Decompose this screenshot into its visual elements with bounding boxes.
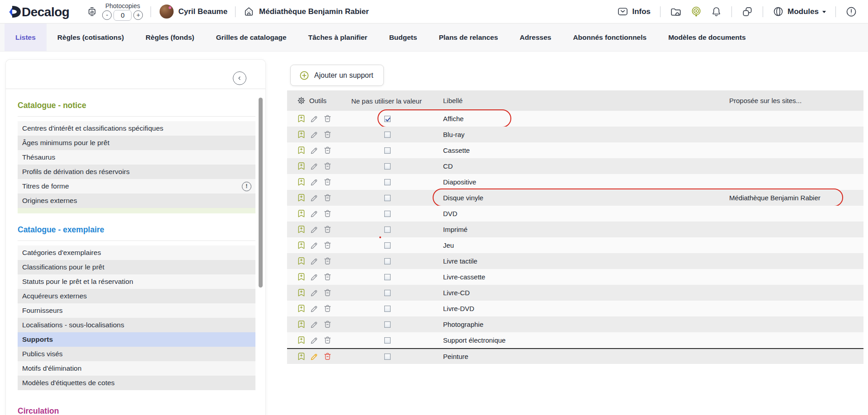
- not-use-value-checkbox[interactable]: [384, 290, 391, 296]
- photocopies-plus-button[interactable]: +: [133, 10, 143, 20]
- sidebar-item-modeles-d-etiquettes-de-cotes[interactable]: Modèles d'étiquettes de cotes !: [18, 376, 255, 390]
- bookmark-add-icon[interactable]: [297, 225, 306, 234]
- column-header-sites[interactable]: Proposée sur les sites...: [728, 97, 863, 104]
- bookmark-add-icon[interactable]: [297, 304, 306, 313]
- delete-trash-icon[interactable]: [323, 177, 332, 187]
- bookmark-add-icon[interactable]: [297, 352, 306, 361]
- not-use-value-checkbox[interactable]: [384, 147, 391, 154]
- edit-pencil-icon[interactable]: [310, 241, 319, 250]
- not-use-value-checkbox[interactable]: [384, 306, 391, 312]
- sidebar-item-statuts-pour-le-pret-et-la-reservation[interactable]: Statuts pour le prêt et la réservation !: [18, 274, 255, 289]
- tab-listes[interactable]: Listes: [5, 24, 47, 51]
- delete-trash-icon[interactable]: [323, 320, 332, 329]
- delete-trash-icon[interactable]: [323, 130, 332, 139]
- photocopies-minus-button[interactable]: -: [102, 10, 112, 20]
- bookmark-add-icon[interactable]: [297, 241, 306, 250]
- sidebar-item-localisations-sous-localisations[interactable]: Localisations - sous-localisations !: [18, 318, 255, 332]
- tab-adresses[interactable]: Adresses: [509, 24, 562, 51]
- column-header-not-use-value[interactable]: Ne pas utiliser la valeur: [351, 97, 429, 105]
- bookmark-add-icon[interactable]: [297, 177, 306, 187]
- not-use-value-checkbox[interactable]: [384, 211, 391, 217]
- decalog-logo[interactable]: Decalog: [8, 5, 69, 19]
- not-use-value-checkbox[interactable]: [384, 354, 391, 360]
- edit-pencil-icon[interactable]: [310, 352, 319, 361]
- tab-regles-fonds[interactable]: Règles (fonds): [135, 24, 205, 51]
- bookmark-add-icon[interactable]: [297, 272, 306, 282]
- delete-trash-icon[interactable]: [323, 193, 332, 203]
- delete-trash-icon[interactable]: [323, 114, 332, 123]
- edit-pencil-icon[interactable]: [310, 177, 319, 187]
- bookmark-add-icon[interactable]: [297, 335, 306, 345]
- sidebar-item-centres-d-interet-et-classifications-specifiques[interactable]: Centres d'intérêt et classifications spé…: [18, 121, 255, 136]
- sidebar-item-acquereurs-externes[interactable]: Acquéreurs externes !: [18, 289, 255, 303]
- bookmark-add-icon[interactable]: [297, 146, 306, 155]
- bell-icon[interactable]: [711, 6, 722, 17]
- delete-trash-icon[interactable]: [323, 146, 332, 155]
- edit-pencil-icon[interactable]: [310, 193, 319, 203]
- delete-trash-icon[interactable]: [323, 225, 332, 234]
- bookmark-add-icon[interactable]: [297, 130, 306, 139]
- bookmark-add-icon[interactable]: [297, 161, 306, 171]
- not-use-value-checkbox[interactable]: [384, 226, 391, 233]
- delete-trash-icon[interactable]: [323, 256, 332, 266]
- edit-pencil-icon[interactable]: [310, 225, 319, 234]
- bookmark-add-icon[interactable]: [297, 193, 306, 203]
- edit-pencil-icon[interactable]: [310, 256, 319, 266]
- info-circle-icon[interactable]: [845, 6, 857, 18]
- column-header-label[interactable]: Libellé: [443, 97, 728, 104]
- not-use-value-checkbox[interactable]: [384, 163, 391, 170]
- edit-pencil-icon[interactable]: [310, 304, 319, 313]
- modules-menu-button[interactable]: Modules: [773, 6, 826, 17]
- bookmark-add-icon[interactable]: [297, 114, 306, 123]
- edit-pencil-icon[interactable]: [310, 161, 319, 171]
- bookmark-add-icon[interactable]: [297, 209, 306, 218]
- sidebar-item-publics-vises[interactable]: Publics visés !: [18, 347, 255, 361]
- tab-taches-a-planifier[interactable]: Tâches à planifier: [297, 24, 378, 51]
- sidebar-item-profils-de-derivation-des-reservoirs[interactable]: Profils de dérivation des réservoirs !: [18, 165, 255, 179]
- broadcast-icon[interactable]: [690, 6, 702, 18]
- edit-pencil-icon[interactable]: [310, 288, 319, 297]
- add-support-button[interactable]: Ajouter un support: [290, 65, 384, 86]
- user-avatar[interactable]: [160, 5, 174, 19]
- stack-copy-icon[interactable]: [741, 6, 753, 18]
- sidebar-scrollbar-thumb[interactable]: [259, 98, 263, 288]
- delete-trash-icon[interactable]: [323, 352, 332, 361]
- not-use-value-checkbox[interactable]: [384, 195, 391, 201]
- not-use-value-checkbox[interactable]: [384, 132, 391, 138]
- tab-budgets[interactable]: Budgets: [378, 24, 428, 51]
- delete-trash-icon[interactable]: [323, 272, 332, 282]
- bookmark-add-icon[interactable]: [297, 256, 306, 266]
- tab-abonnes-fonctionnels[interactable]: Abonnés fonctionnels: [562, 24, 657, 51]
- edit-pencil-icon[interactable]: [310, 146, 319, 155]
- photocopies-value[interactable]: 0: [113, 10, 132, 21]
- sidebar-item-titres-de-forme[interactable]: Titres de forme !: [18, 179, 255, 193]
- sidebar-item-motifs-d-elimination[interactable]: Motifs d'élimination !: [18, 361, 255, 376]
- infos-button[interactable]: Infos: [617, 6, 651, 17]
- delete-trash-icon[interactable]: [323, 335, 332, 345]
- sidebar-item-supports[interactable]: Supports !: [18, 332, 255, 347]
- tab-plans-de-relances[interactable]: Plans de relances: [428, 24, 509, 51]
- delete-trash-icon[interactable]: [323, 241, 332, 250]
- tab-modeles-de-documents[interactable]: Modèles de documents: [657, 24, 756, 51]
- sidebar-item-origines-externes[interactable]: Origines externes !: [18, 193, 255, 208]
- folder-cloud-icon[interactable]: [670, 6, 682, 18]
- sidebar-item-thesaurus[interactable]: Thésaurus !: [18, 150, 255, 165]
- not-use-value-checkbox[interactable]: [384, 116, 391, 122]
- sidebar-item-categories-d-exemplaires[interactable]: Catégories d'exemplaires !: [18, 245, 255, 260]
- edit-pencil-icon[interactable]: [310, 320, 319, 329]
- sidebar-item-fournisseurs[interactable]: Fournisseurs !: [18, 303, 255, 318]
- delete-trash-icon[interactable]: [323, 288, 332, 297]
- delete-trash-icon[interactable]: [323, 161, 332, 171]
- sidebar-item-ages-minimums-pour-le-pret[interactable]: Âges minimums pour le prêt !: [18, 136, 255, 150]
- delete-trash-icon[interactable]: [323, 209, 332, 218]
- sidebar-item-classifications-pour-le-pret[interactable]: Classifications pour le prêt !: [18, 260, 255, 274]
- bookmark-add-icon[interactable]: [297, 320, 306, 329]
- delete-trash-icon[interactable]: [323, 304, 332, 313]
- edit-pencil-icon[interactable]: [310, 130, 319, 139]
- not-use-value-checkbox[interactable]: [384, 258, 391, 264]
- not-use-value-checkbox[interactable]: [384, 274, 391, 280]
- edit-pencil-icon[interactable]: [310, 335, 319, 345]
- tab-regles-cotisations[interactable]: Règles (cotisations): [47, 24, 135, 51]
- sidebar-collapse-button[interactable]: [233, 71, 246, 85]
- not-use-value-checkbox[interactable]: [384, 179, 391, 185]
